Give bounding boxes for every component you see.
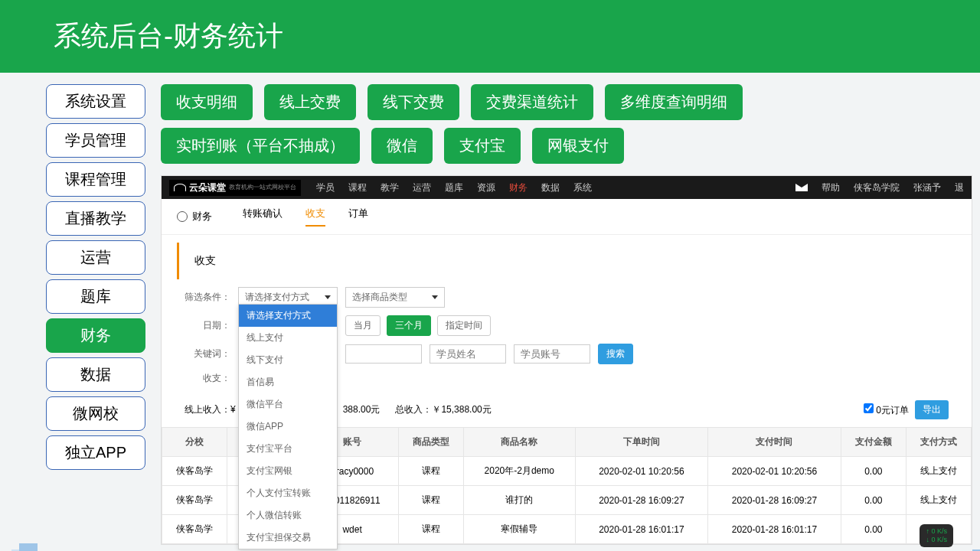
- dropdown-option[interactable]: 个人支付宝转账: [239, 482, 337, 504]
- income-mid: 388.00元: [343, 403, 381, 416]
- student-account-input[interactable]: [514, 344, 590, 364]
- export-button[interactable]: 导出: [915, 400, 949, 419]
- sidebar-item-8[interactable]: 微网校: [46, 396, 145, 431]
- person-icon: [177, 211, 188, 222]
- feature-tag[interactable]: 收支明细: [161, 84, 253, 120]
- date-range-button[interactable]: 当月: [345, 315, 381, 336]
- feature-tags: 收支明细线上交费线下交费交费渠道统计多维度查询明细 实时到账（平台不抽成）微信支…: [161, 84, 980, 164]
- feature-tag[interactable]: 交费渠道统计: [471, 84, 593, 120]
- app-menu-item[interactable]: 数据: [541, 181, 560, 194]
- zero-order-checkbox[interactable]: 0元订单: [864, 403, 909, 417]
- sidebar-item-5[interactable]: 题库: [46, 279, 145, 314]
- sidebar-item-3[interactable]: 直播教学: [46, 201, 145, 236]
- dropdown-option[interactable]: 微信APP: [239, 416, 337, 438]
- dropdown-option[interactable]: 支付宝网银: [239, 460, 337, 482]
- table-header: 商品名称: [463, 428, 575, 457]
- page-title: 系统后台-财务统计: [54, 18, 283, 55]
- table-header: 支付方式: [906, 428, 971, 457]
- side-nav: 系统设置学员管理课程管理直播教学运营题库财务数据微网校独立APP: [46, 84, 145, 545]
- app-topbar: 云朵课堂 教育机构一站式网校平台 学员课程教学运营题库资源财务数据系统 帮助 侠…: [162, 176, 972, 199]
- school-name: 侠客岛学院: [854, 181, 900, 194]
- app-screenshot: 云朵课堂 教育机构一站式网校平台 学员课程教学运营题库资源财务数据系统 帮助 侠…: [161, 175, 972, 545]
- sub-tabs: 转账确认收支订单: [243, 207, 368, 227]
- sidebar-item-4[interactable]: 运营: [46, 240, 145, 275]
- app-menu-item[interactable]: 系统: [573, 181, 592, 194]
- sub-tab[interactable]: 转账确认: [243, 207, 283, 227]
- sub-title: 财务: [192, 210, 212, 223]
- table-header: 商品类型: [398, 428, 463, 457]
- app-menu-item[interactable]: 题库: [445, 181, 463, 194]
- feature-tag[interactable]: 支付宝: [444, 128, 521, 164]
- cloud-icon: [174, 184, 186, 191]
- section-title: 收支: [177, 243, 972, 279]
- dropdown-option[interactable]: 线下支付: [239, 349, 337, 371]
- app-menu-item[interactable]: 学员: [316, 181, 335, 194]
- student-name-input[interactable]: [430, 344, 506, 364]
- sub-tab[interactable]: 订单: [348, 207, 368, 227]
- table-header: 支付金额: [841, 428, 906, 457]
- logo-sub: 教育机构一站式网校平台: [229, 184, 296, 191]
- dropdown-option[interactable]: 个人微信转账: [239, 504, 337, 527]
- sidebar-item-6[interactable]: 财务: [46, 318, 145, 353]
- search-button[interactable]: 搜索: [598, 344, 633, 364]
- sidebar-item-0[interactable]: 系统设置: [46, 84, 145, 119]
- sub-tab[interactable]: 收支: [305, 207, 325, 227]
- filter-label: 筛选条件：: [185, 291, 230, 304]
- product-type-select[interactable]: 选择商品类型: [345, 287, 445, 308]
- app-menu-item[interactable]: 财务: [509, 181, 528, 194]
- logo-text: 云朵课堂: [189, 181, 226, 194]
- filters: 筛选条件： 请选择支付方式 选择商品类型 请选择支付方式线上支付线下支付首信易微…: [162, 287, 972, 385]
- table-header: 下单时间: [575, 428, 708, 457]
- sidebar-item-2[interactable]: 课程管理: [46, 162, 145, 197]
- chevron-down-icon: [325, 295, 331, 299]
- feature-tag[interactable]: 微信: [371, 128, 433, 164]
- sub-bar: 财务 转账确认收支订单: [162, 199, 972, 235]
- help-link[interactable]: 帮助: [822, 181, 840, 194]
- keyword-label: 关键词：: [185, 347, 230, 360]
- payment-dropdown: 请选择支付方式线上支付线下支付首信易微信平台微信APP支付宝平台支付宝网银个人支…: [238, 304, 338, 549]
- feature-tag[interactable]: 实时到账（平台不抽成）: [161, 128, 360, 164]
- dropdown-option[interactable]: 支付宝平台: [239, 438, 337, 460]
- title-bar: 系统后台-财务统计: [0, 0, 980, 73]
- dropdown-option[interactable]: 首信易: [239, 371, 337, 393]
- balance-label: 收支：: [185, 372, 230, 385]
- user-name[interactable]: 张涵予: [913, 181, 941, 194]
- feature-tag[interactable]: 多维度查询明细: [605, 84, 743, 120]
- dropdown-option[interactable]: 请选择支付方式: [239, 305, 337, 327]
- chevron-down-icon: [432, 295, 438, 299]
- date-range-button[interactable]: 指定时间: [437, 315, 491, 336]
- table-header: 分校: [162, 428, 227, 457]
- feature-tag[interactable]: 网银支付: [532, 128, 624, 164]
- network-widget: ↑ 0 K/s ↓ 0 K/s: [920, 524, 953, 547]
- app-menu-item[interactable]: 运营: [413, 181, 431, 194]
- online-income-prefix: 线上收入：¥: [185, 404, 236, 415]
- app-menu: 学员课程教学运营题库资源财务数据系统: [316, 181, 592, 194]
- logout-link[interactable]: 退: [955, 181, 964, 194]
- keyword-input-1[interactable]: [345, 344, 422, 364]
- table-header: 支付时间: [708, 428, 841, 457]
- feature-tag[interactable]: 线上交费: [264, 84, 356, 120]
- mail-icon[interactable]: [795, 184, 808, 191]
- dropdown-option[interactable]: 支付宝担保交易: [239, 527, 337, 549]
- sidebar-item-9[interactable]: 独立APP: [46, 435, 145, 470]
- date-range-button[interactable]: 三个月: [387, 315, 431, 336]
- date-label: 日期：: [185, 319, 230, 332]
- sidebar-item-7[interactable]: 数据: [46, 357, 145, 392]
- app-menu-item[interactable]: 教学: [381, 181, 399, 194]
- app-logo[interactable]: 云朵课堂 教育机构一站式网校平台: [169, 180, 301, 196]
- total-income: ￥15,388.00元: [432, 404, 491, 415]
- app-menu-item[interactable]: 课程: [348, 181, 367, 194]
- app-menu-item[interactable]: 资源: [477, 181, 495, 194]
- dropdown-option[interactable]: 线上支付: [239, 327, 337, 349]
- dropdown-option[interactable]: 微信平台: [239, 393, 337, 416]
- feature-tag[interactable]: 线下交费: [368, 84, 459, 120]
- sidebar-item-1[interactable]: 学员管理: [46, 123, 145, 158]
